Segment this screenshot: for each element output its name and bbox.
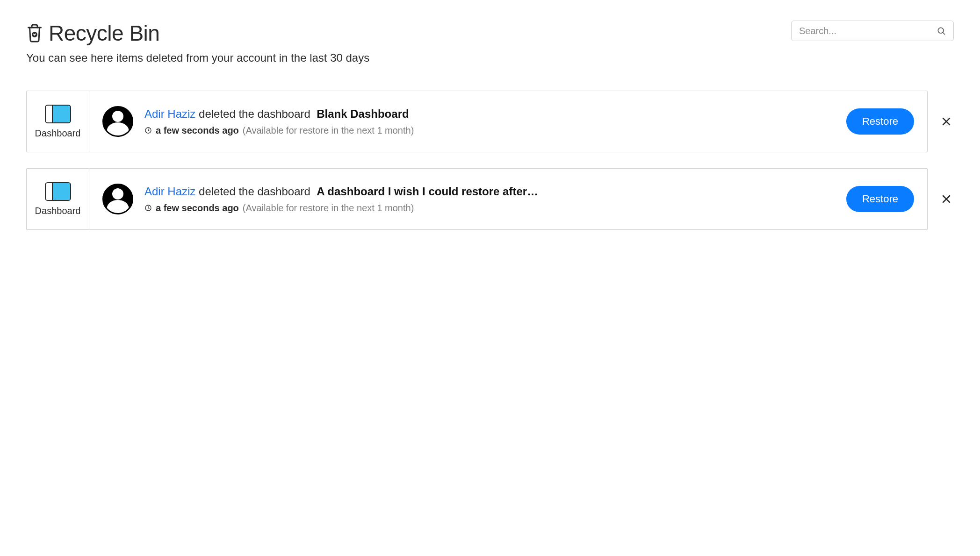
- availability-text: (Available for restore in the next 1 mon…: [243, 125, 414, 136]
- close-icon: [941, 193, 952, 205]
- deleted-items-list: Dashboard Adir Haziz deleted the dashboa…: [26, 91, 954, 230]
- item-main-line: Adir Haziz deleted the dashboard Blank D…: [144, 107, 835, 121]
- svg-line-1: [943, 33, 945, 35]
- dismiss-button[interactable]: [939, 114, 954, 129]
- deleted-item-card: Dashboard Adir Haziz deleted the dashboa…: [26, 168, 928, 230]
- deleted-item-card: Dashboard Adir Haziz deleted the dashboa…: [26, 91, 928, 152]
- close-icon: [941, 116, 952, 127]
- action-text: deleted the dashboard: [199, 107, 310, 120]
- item-main-line: Adir Haziz deleted the dashboard A dashb…: [144, 185, 835, 198]
- item-type-label: Dashboard: [35, 206, 81, 216]
- list-row: Dashboard Adir Haziz deleted the dashboa…: [26, 168, 954, 230]
- search-icon: [937, 26, 946, 36]
- avatar: [102, 184, 133, 214]
- deleted-item-name: A dashboard I wish I could restore after…: [317, 185, 538, 198]
- item-meta-line: a few seconds ago (Available for restore…: [144, 125, 835, 136]
- restore-button[interactable]: Restore: [846, 186, 914, 212]
- restore-button[interactable]: Restore: [846, 108, 914, 135]
- title-line: Recycle Bin: [26, 21, 780, 46]
- item-body: Adir Haziz deleted the dashboard Blank D…: [89, 91, 927, 152]
- item-text: Adir Haziz deleted the dashboard Blank D…: [144, 107, 835, 136]
- page-subtitle: You can see here items deleted from your…: [26, 51, 780, 64]
- search-box[interactable]: [791, 21, 954, 41]
- avatar: [102, 106, 133, 137]
- list-row: Dashboard Adir Haziz deleted the dashboa…: [26, 91, 954, 152]
- user-link[interactable]: Adir Haziz: [144, 107, 195, 120]
- page-title: Recycle Bin: [49, 21, 159, 46]
- item-type-cell: Dashboard: [27, 169, 89, 229]
- availability-text: (Available for restore in the next 1 mon…: [243, 203, 414, 214]
- page-header: Recycle Bin You can see here items delet…: [26, 21, 954, 64]
- time-ago: a few seconds ago: [156, 125, 239, 136]
- time-ago: a few seconds ago: [156, 203, 239, 214]
- user-link[interactable]: Adir Haziz: [144, 185, 195, 198]
- title-block: Recycle Bin You can see here items delet…: [26, 21, 780, 64]
- item-type-cell: Dashboard: [27, 91, 89, 152]
- search-input[interactable]: [799, 26, 937, 36]
- action-text: deleted the dashboard: [199, 185, 310, 198]
- clock-icon: [144, 127, 152, 134]
- dashboard-icon: [45, 105, 71, 123]
- item-body: Adir Haziz deleted the dashboard A dashb…: [89, 169, 927, 229]
- item-text: Adir Haziz deleted the dashboard A dashb…: [144, 185, 835, 214]
- item-type-label: Dashboard: [35, 128, 81, 139]
- deleted-item-name: Blank Dashboard: [317, 107, 409, 120]
- clock-icon: [144, 204, 152, 212]
- dismiss-button[interactable]: [939, 192, 954, 207]
- dashboard-icon: [45, 182, 71, 201]
- recycle-bin-icon: [26, 23, 43, 43]
- item-meta-line: a few seconds ago (Available for restore…: [144, 203, 835, 214]
